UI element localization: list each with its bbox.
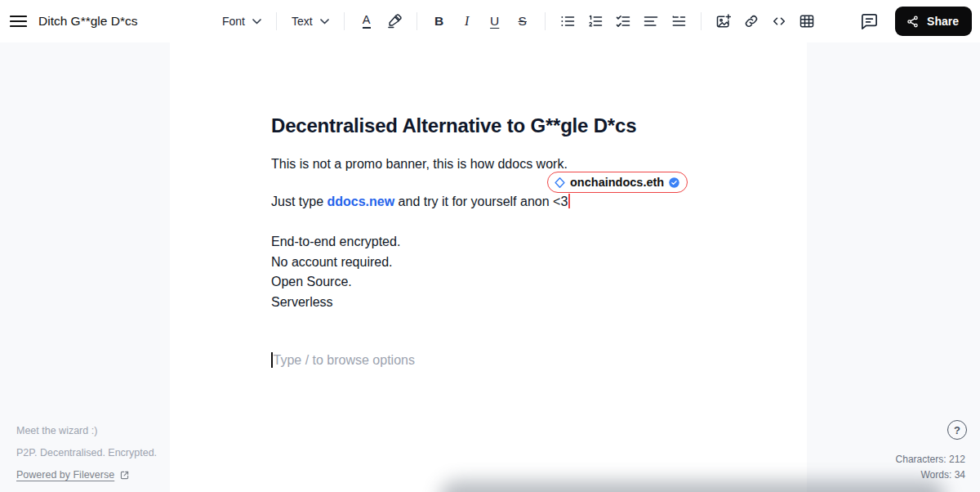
bold-icon: B — [434, 15, 443, 28]
text-style-dropdown[interactable]: Text — [287, 9, 334, 34]
toolbar-divider — [344, 12, 345, 30]
paragraph[interactable]: This is not a promo banner, this is how … — [271, 156, 758, 172]
document-canvas[interactable]: Decentralised Alternative to G**gle D*cs… — [170, 42, 807, 492]
word-count-panel: Characters: 212 Words: 34 — [896, 452, 965, 482]
highlight-button[interactable] — [382, 9, 407, 34]
toolbar-divider — [416, 12, 417, 30]
bold-button[interactable]: B — [427, 9, 452, 34]
word-count: Words: 34 — [896, 467, 965, 483]
code-icon — [771, 13, 787, 29]
underline-icon: U — [490, 15, 499, 28]
strikethrough-icon: S — [519, 15, 527, 28]
words-value: 34 — [955, 469, 965, 481]
blockquote-icon — [670, 13, 687, 29]
comment-icon — [860, 12, 879, 31]
task-list-icon — [615, 13, 631, 29]
paragraph[interactable]: onchaindocs.eth Just type ddocs.new and … — [271, 194, 758, 210]
blockquote-button[interactable] — [666, 9, 691, 34]
hamburger-icon — [10, 15, 27, 28]
words-label: Words: — [921, 469, 952, 481]
characters-value: 212 — [949, 454, 965, 465]
link-icon — [743, 13, 760, 29]
ddocs-link[interactable]: ddocs.new — [327, 195, 394, 208]
toolbar-divider — [276, 12, 277, 30]
doc-heading[interactable]: Decentralised Alternative to G**gle D*cs — [271, 113, 758, 138]
text-color-button[interactable]: A — [354, 9, 379, 34]
feature-line: Open Source. — [271, 272, 758, 293]
table-icon — [799, 13, 815, 29]
ordered-list-button[interactable] — [583, 9, 608, 34]
help-button[interactable]: ? — [947, 420, 967, 440]
top-toolbar: Ditch G**gle D*cs Font Text A B — [0, 0, 980, 42]
font-dropdown[interactable]: Font — [217, 9, 266, 34]
insert-table-button[interactable] — [795, 9, 819, 34]
tagline: P2P. Decentralised. Encrypted. — [16, 447, 157, 458]
paragraph-text: and try it for yourself anon <3 — [394, 195, 568, 208]
characters-label: Characters: — [896, 454, 947, 465]
code-block-button[interactable] — [767, 9, 791, 34]
ordered-list-icon — [587, 13, 604, 29]
feature-line: End-to-end encrypted. — [271, 232, 758, 253]
task-list-button[interactable] — [611, 9, 635, 34]
fileverse-link-label: Powered by Fileverse — [16, 469, 114, 481]
bullet-list-icon — [559, 13, 576, 29]
align-button[interactable] — [639, 9, 663, 34]
collaborator-cursor-badge: onchaindocs.eth — [547, 172, 688, 193]
share-icon — [906, 15, 920, 29]
editor-content: Decentralised Alternative to G**gle D*cs… — [170, 42, 807, 369]
ens-diamond-icon — [554, 177, 566, 189]
strikethrough-button[interactable]: S — [510, 9, 535, 34]
bullet-list-button[interactable] — [555, 9, 580, 34]
insert-link-button[interactable] — [739, 9, 764, 34]
wizard-note: Meet the wizard :) — [16, 425, 157, 436]
comments-button[interactable] — [857, 9, 882, 34]
slash-placeholder: Type / to browse options — [274, 353, 415, 367]
share-button[interactable]: Share — [895, 7, 972, 36]
align-left-icon — [643, 13, 659, 29]
collaborator-name: onchaindocs.eth — [570, 174, 664, 190]
menu-button[interactable] — [8, 11, 28, 31]
empty-line[interactable]: Type / to browse options — [271, 352, 758, 369]
offscreen-card-shadow — [439, 481, 946, 492]
text-dropdown-label: Text — [292, 15, 313, 28]
document-title[interactable]: Ditch G**gle D*cs — [38, 14, 137, 29]
feature-line: No account required. — [271, 253, 758, 273]
chevron-down-icon — [320, 19, 329, 25]
toolbar-divider — [701, 12, 702, 30]
external-link-icon — [119, 470, 130, 481]
feature-list[interactable]: End-to-end encrypted. No account require… — [271, 232, 758, 312]
insert-image-button[interactable] — [711, 9, 736, 34]
italic-icon: I — [465, 15, 469, 28]
toolbar-divider — [545, 12, 546, 30]
footer-left: Meet the wizard :) P2P. Decentralised. E… — [16, 425, 157, 481]
collaborator-caret — [568, 194, 570, 208]
text-color-icon: A — [363, 14, 371, 29]
image-add-icon — [715, 13, 732, 29]
italic-button[interactable]: I — [455, 9, 479, 34]
formatting-toolbar: Font Text A B I U — [217, 0, 819, 42]
powered-by-fileverse-link[interactable]: Powered by Fileverse — [16, 469, 130, 481]
local-caret — [271, 352, 273, 368]
verified-badge-icon — [668, 177, 680, 189]
question-mark-icon: ? — [954, 424, 960, 436]
share-button-label: Share — [927, 15, 959, 28]
feature-line: Serverless — [271, 293, 758, 313]
chevron-down-icon — [252, 19, 261, 25]
character-count: Characters: 212 — [896, 452, 965, 467]
highlight-icon — [386, 13, 403, 29]
underline-button[interactable]: U — [483, 9, 507, 34]
font-dropdown-label: Font — [222, 15, 245, 28]
paragraph-text: Just type — [271, 195, 327, 208]
